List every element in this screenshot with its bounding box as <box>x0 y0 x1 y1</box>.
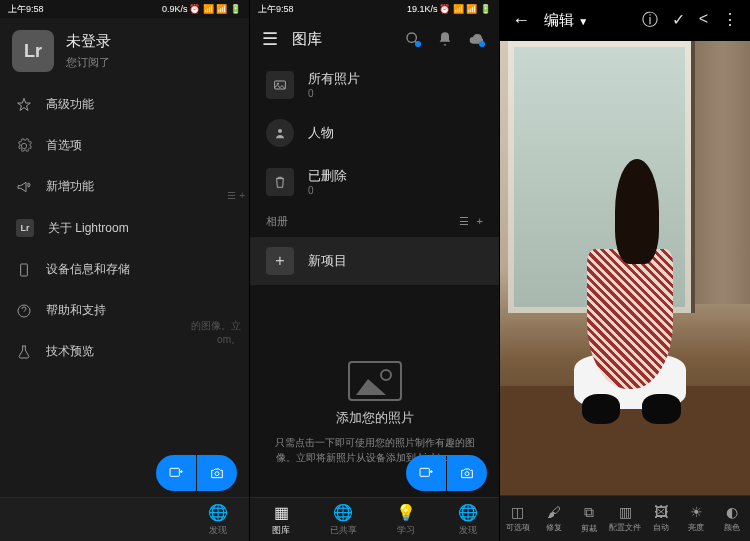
status-bar: 上午9:58 19.1K/s ⏰ 📶 📶 🔋 <box>250 0 499 18</box>
bell-icon[interactable] <box>435 29 455 49</box>
status-icons: 0.9K/s ⏰ 📶 📶 🔋 <box>162 4 241 14</box>
gallery-item-people[interactable]: 人物 <box>250 109 499 157</box>
nav-discover[interactable]: 🌐 发现 <box>187 498 249 541</box>
photo-content <box>500 41 750 495</box>
fab-camera[interactable] <box>447 455 487 491</box>
plus-icon: + <box>266 247 294 275</box>
color-icon: ◐ <box>726 504 738 520</box>
svg-point-3 <box>215 472 219 476</box>
nav-gallery[interactable]: ▦ 图库 <box>250 498 312 541</box>
megaphone-icon <box>16 179 32 195</box>
status-bar: 上午9:58 0.9K/s ⏰ 📶 📶 🔋 <box>0 0 249 18</box>
sort-icon[interactable]: ☰ <box>459 215 469 228</box>
add-album-label: 新项目 <box>308 252 347 270</box>
bottom-nav: ▦ 图库 🌐 已共享 💡 学习 🌐 发现 <box>250 497 499 541</box>
user-name: 未登录 <box>66 32 111 51</box>
heal-icon: 🖌 <box>547 504 561 520</box>
empty-title: 添加您的照片 <box>336 409 414 427</box>
screen-drawer: 上午9:58 0.9K/s ⏰ 📶 📶 🔋 Lr 未登录 您订阅了 高级功能 首… <box>0 0 250 541</box>
screen-gallery: 上午9:58 19.1K/s ⏰ 📶 📶 🔋 ☰ 图库 所有照片 0 人物 <box>250 0 500 541</box>
tool-auto[interactable]: 🖾 自动 <box>643 496 679 541</box>
menu-label: 高级功能 <box>46 96 94 113</box>
item-title: 所有照片 <box>308 70 360 88</box>
status-time: 上午9:58 <box>258 3 294 16</box>
menu-label: 关于 Lightroom <box>48 220 129 237</box>
question-icon <box>16 303 32 319</box>
lightroom-logo: Lr <box>12 30 54 72</box>
svg-point-6 <box>278 129 282 133</box>
person-icon <box>266 119 294 147</box>
album-header: 相册 ☰ + <box>250 206 499 237</box>
album-header-label: 相册 <box>266 214 288 229</box>
more-icon[interactable]: ⋮ <box>722 10 738 31</box>
screen-editor: ← 编辑 ▼ ⓘ ✓ < ⋮ ◫ 可选项 🖌 <box>500 0 750 541</box>
menu-label: 新增功能 <box>46 178 94 195</box>
photo-viewport[interactable] <box>500 41 750 495</box>
profile-icon: ▥ <box>619 504 632 520</box>
fab-add-photo[interactable] <box>406 455 446 491</box>
tool-heal[interactable]: 🖌 修复 <box>536 496 572 541</box>
page-title: 图库 <box>292 30 322 49</box>
bulb-icon: 💡 <box>396 503 416 522</box>
partial-background-text: ☰ + 的图像。立 om。 <box>169 50 249 497</box>
nav-learn[interactable]: 💡 学习 <box>375 498 437 541</box>
gallery-item-all[interactable]: 所有照片 0 <box>250 60 499 109</box>
gallery-item-deleted[interactable]: 已删除 0 <box>250 157 499 206</box>
select-icon: ◫ <box>511 504 524 520</box>
add-album-row[interactable]: + 新项目 <box>250 237 499 285</box>
phone-icon <box>16 262 32 278</box>
auto-icon: 🖾 <box>654 504 668 520</box>
globe-icon: 🌐 <box>333 503 353 522</box>
image-placeholder-icon <box>348 361 402 401</box>
bottom-nav: 🌐 发现 <box>0 497 249 541</box>
nav-discover[interactable]: 🌐 发现 <box>437 498 499 541</box>
fab-row <box>156 455 237 491</box>
nav-shared[interactable]: 🌐 已共享 <box>312 498 374 541</box>
check-icon[interactable]: ✓ <box>672 10 685 31</box>
fab-camera[interactable] <box>197 455 237 491</box>
edit-title: 编辑 ▼ <box>544 11 628 30</box>
light-icon: ☀ <box>690 504 703 520</box>
tool-profile[interactable]: ▥ 配置文件 <box>607 496 643 541</box>
cloud-icon[interactable] <box>467 29 487 49</box>
menu-label: 设备信息和存储 <box>46 261 130 278</box>
tool-select[interactable]: ◫ 可选项 <box>500 496 536 541</box>
menu-label: 技术预览 <box>46 343 94 360</box>
trash-icon <box>266 168 294 196</box>
gallery-header: ☰ 图库 <box>250 18 499 60</box>
lightroom-small-icon: Lr <box>16 219 34 237</box>
menu-label: 帮助和支持 <box>46 302 106 319</box>
item-count: 0 <box>308 185 347 196</box>
edit-header: ← 编辑 ▼ ⓘ ✓ < ⋮ <box>500 0 750 41</box>
tool-light[interactable]: ☀ 亮度 <box>679 496 715 541</box>
globe-icon: 🌐 <box>458 503 478 522</box>
photos-icon <box>266 71 294 99</box>
add-icon[interactable]: + <box>477 215 483 228</box>
fab-row <box>406 455 487 491</box>
grid-icon: ▦ <box>274 503 289 522</box>
tool-crop[interactable]: ⧉ 剪裁 <box>571 496 607 541</box>
svg-rect-7 <box>420 468 429 476</box>
svg-point-8 <box>465 472 469 476</box>
status-icons: 19.1K/s ⏰ 📶 📶 🔋 <box>407 4 491 14</box>
item-title: 已删除 <box>308 167 347 185</box>
status-time: 上午9:58 <box>8 3 44 16</box>
crop-icon: ⧉ <box>584 504 594 521</box>
tool-color[interactable]: ◐ 颜色 <box>714 496 750 541</box>
item-title: 人物 <box>308 124 334 142</box>
fab-add-photo[interactable] <box>156 455 196 491</box>
menu-label: 首选项 <box>46 137 82 154</box>
svg-rect-2 <box>170 468 179 476</box>
help-icon[interactable]: ⓘ <box>642 10 658 31</box>
hamburger-icon[interactable]: ☰ <box>262 28 278 50</box>
svg-rect-0 <box>21 264 28 276</box>
flask-icon <box>16 344 32 360</box>
user-subscription: 您订阅了 <box>66 55 111 70</box>
share-icon[interactable]: < <box>699 10 708 31</box>
gear-icon <box>16 138 32 154</box>
item-count: 0 <box>308 88 360 99</box>
star-icon <box>16 97 32 113</box>
edit-toolbar: ◫ 可选项 🖌 修复 ⧉ 剪裁 ▥ 配置文件 🖾 自动 ☀ 亮度 ◐ 颜色 <box>500 495 750 541</box>
search-icon[interactable] <box>403 29 423 49</box>
back-arrow-icon[interactable]: ← <box>512 10 530 31</box>
